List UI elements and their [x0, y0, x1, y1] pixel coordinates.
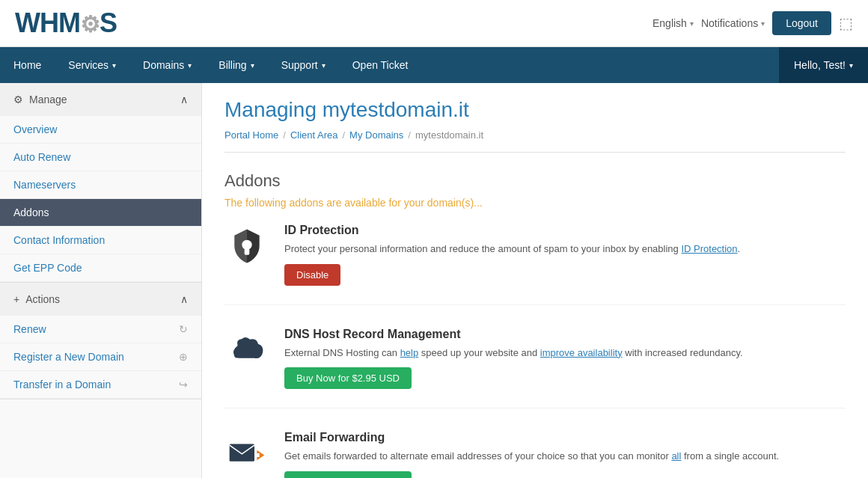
svg-rect-1	[245, 248, 250, 254]
logo: WHM⚙S	[15, 7, 117, 39]
logo-wh: WHM	[15, 7, 80, 38]
logo-cs: S	[100, 7, 117, 38]
addons-section-title: Addons	[224, 171, 846, 191]
main-content: Managing mytestdomain.it Portal Home / C…	[202, 83, 868, 478]
id-protection-name: ID Protection	[284, 224, 846, 237]
nav-user[interactable]: Hello, Test! ▾	[779, 47, 868, 83]
addon-email-forwarding: Email Forwarding Get emails forwarded to…	[224, 431, 846, 478]
sidebar-manage-header[interactable]: ⚙ Manage ∧	[0, 83, 201, 116]
nav-item-support[interactable]: Support ▾	[268, 47, 339, 83]
user-greeting: Hello, Test!	[794, 59, 846, 71]
sidebar-item-transfer-domain[interactable]: Transfer in a Domain ↪	[0, 371, 201, 399]
nav-item-services[interactable]: Services ▾	[55, 47, 129, 83]
logout-label: Logout	[786, 17, 818, 29]
nav-item-open-ticket[interactable]: Open Ticket	[339, 47, 422, 83]
sidebar-item-addons[interactable]: Addons	[0, 199, 201, 227]
id-protection-icon	[224, 224, 269, 269]
language-arrow-icon: ▾	[690, 19, 694, 28]
notifications-button[interactable]: Notifications ▾	[701, 17, 765, 29]
nameservers-link[interactable]: Nameservers	[13, 179, 76, 191]
actions-section-title: + Actions	[13, 293, 60, 305]
dns-management-desc: External DNS Hosting can help speed up y…	[284, 346, 846, 361]
page-title: Managing mytestdomain.it	[224, 98, 846, 122]
overview-link[interactable]: Overview	[13, 123, 57, 135]
notifications-arrow-icon: ▾	[761, 19, 765, 28]
breadcrumb-portal-home[interactable]: Portal Home	[224, 129, 278, 141]
top-header: WHM⚙S English ▾ Notifications ▾ Logout ⬚	[0, 0, 868, 47]
breadcrumb: Portal Home / Client Area / My Domains /…	[224, 129, 846, 153]
services-arrow-icon: ▾	[112, 61, 116, 70]
logout-button[interactable]: Logout	[772, 11, 831, 35]
svg-rect-2	[230, 444, 254, 462]
email-forwarding-desc: Get emails forwarded to alternate email …	[284, 449, 846, 464]
addons-section-desc: The following addons are available for y…	[224, 197, 846, 209]
nav-left: Home Services ▾ Domains ▾ Billing ▾ Supp…	[0, 47, 421, 83]
id-protection-link[interactable]: ID Protection	[681, 243, 737, 254]
language-selector[interactable]: English ▾	[652, 17, 694, 29]
exit-icon[interactable]: ⬚	[839, 14, 853, 32]
manage-section-title: ⚙ Manage	[13, 94, 67, 105]
dns-management-content: DNS Host Record Management External DNS …	[284, 328, 846, 390]
domains-arrow-icon: ▾	[188, 61, 192, 70]
breadcrumb-sep-1: /	[283, 129, 286, 141]
breadcrumb-current: mytestdomain.it	[415, 129, 483, 141]
renew-link[interactable]: Renew	[13, 323, 46, 335]
addon-id-protection: ID Protection Protect your personal info…	[224, 224, 846, 305]
breadcrumb-sep-3: /	[408, 129, 411, 141]
buy-email-forwarding-button[interactable]: Buy Now for $1.95 USD	[284, 471, 412, 479]
addons-label: Addons	[13, 206, 49, 218]
gear-icon: ⚙	[13, 94, 23, 105]
sidebar-item-auto-renew[interactable]: Auto Renew	[0, 144, 201, 171]
sidebar-item-overview[interactable]: Overview	[0, 116, 201, 144]
sidebar-actions-section: + Actions ∧ Renew ↻ Register a New Domai…	[0, 283, 201, 399]
sidebar-item-contact-information[interactable]: Contact Information	[0, 227, 201, 254]
nav-bar: Home Services ▾ Domains ▾ Billing ▾ Supp…	[0, 47, 868, 83]
buy-dns-management-button[interactable]: Buy Now for $2.95 USD	[284, 367, 412, 389]
manage-label: Manage	[29, 94, 67, 105]
logo-gear-icon: ⚙	[80, 12, 100, 37]
header-right: English ▾ Notifications ▾ Logout ⬚	[652, 11, 853, 35]
dns-improve-link[interactable]: improve availability	[540, 347, 623, 358]
transfer-domain-link[interactable]: Transfer in a Domain	[13, 379, 111, 390]
breadcrumb-sep-2: /	[342, 129, 345, 141]
get-epp-code-link[interactable]: Get EPP Code	[13, 262, 82, 274]
dns-management-name: DNS Host Record Management	[284, 328, 846, 341]
email-forwarding-name: Email Forwarding	[284, 431, 846, 444]
nav-item-billing[interactable]: Billing ▾	[205, 47, 267, 83]
support-arrow-icon: ▾	[322, 61, 326, 70]
plus-icon: +	[13, 293, 19, 305]
dns-help-link[interactable]: help	[400, 347, 419, 358]
language-label: English	[652, 17, 687, 29]
breadcrumb-my-domains[interactable]: My Domains	[349, 129, 403, 141]
manage-collapse-icon: ∧	[180, 94, 188, 105]
auto-renew-link[interactable]: Auto Renew	[13, 151, 70, 163]
disable-id-protection-button[interactable]: Disable	[284, 264, 340, 286]
billing-arrow-icon: ▾	[251, 61, 254, 70]
contact-information-link[interactable]: Contact Information	[13, 234, 105, 246]
dns-management-icon	[224, 328, 269, 373]
email-forwarding-icon	[224, 431, 269, 476]
sidebar-item-renew[interactable]: Renew ↻	[0, 316, 201, 343]
sidebar-item-nameservers[interactable]: Nameservers	[0, 171, 201, 199]
sidebar-actions-header[interactable]: + Actions ∧	[0, 283, 201, 316]
renew-icon: ↻	[179, 323, 188, 335]
nav-item-home[interactable]: Home	[0, 47, 55, 83]
register-domain-icon: ⊕	[179, 351, 188, 363]
sidebar-item-register-domain[interactable]: Register a New Domain ⊕	[0, 343, 201, 371]
transfer-domain-icon: ↪	[179, 379, 188, 390]
register-domain-link[interactable]: Register a New Domain	[13, 351, 124, 363]
breadcrumb-client-area[interactable]: Client Area	[290, 129, 338, 141]
sidebar-manage-section: ⚙ Manage ∧ Overview Auto Renew Nameserve…	[0, 83, 201, 283]
svg-point-0	[242, 240, 251, 250]
sidebar-item-get-epp-code[interactable]: Get EPP Code	[0, 254, 201, 282]
user-arrow-icon: ▾	[849, 61, 853, 70]
addon-dns-management: DNS Host Record Management External DNS …	[224, 328, 846, 409]
id-protection-desc: Protect your personal information and re…	[284, 242, 846, 257]
email-forwarding-content: Email Forwarding Get emails forwarded to…	[284, 431, 846, 478]
actions-label: Actions	[25, 293, 60, 305]
main-layout: ⚙ Manage ∧ Overview Auto Renew Nameserve…	[0, 83, 868, 478]
nav-item-domains[interactable]: Domains ▾	[129, 47, 205, 83]
id-protection-content: ID Protection Protect your personal info…	[284, 224, 846, 286]
email-all-link[interactable]: all	[671, 450, 681, 462]
notifications-label: Notifications	[701, 17, 758, 29]
